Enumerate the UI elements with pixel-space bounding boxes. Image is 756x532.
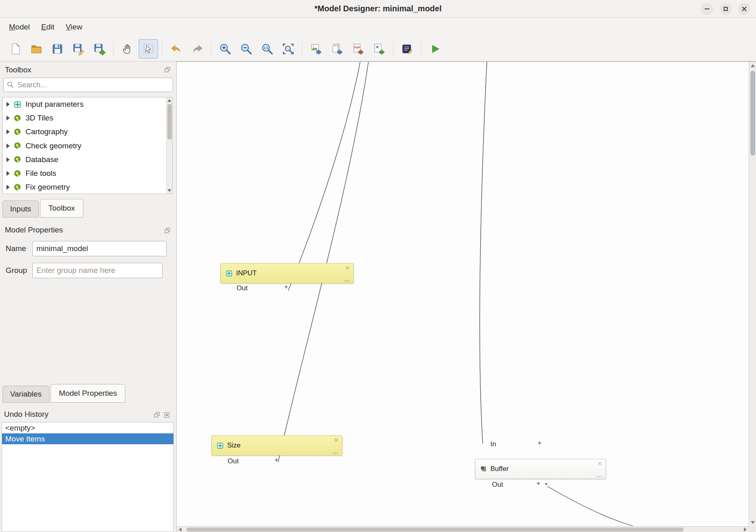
menu-view[interactable]: View	[61, 20, 87, 34]
node-dots-icon[interactable]	[596, 476, 602, 477]
export-as-pdf-button[interactable]: PDF	[348, 39, 368, 59]
qgis-algorithm-icon	[14, 170, 21, 177]
scrollbar-corner	[749, 526, 756, 532]
export-as-svg-button[interactable]	[327, 39, 347, 59]
port-expand-icon[interactable]: +	[275, 456, 278, 464]
model-group-input[interactable]	[32, 263, 163, 278]
expand-arrow-icon[interactable]	[6, 129, 10, 134]
tree-item-input-parameters[interactable]: Input parameters	[3, 97, 172, 111]
node-anchor-icon[interactable]	[598, 461, 602, 466]
scroll-left-icon[interactable]	[179, 528, 182, 532]
maximize-icon[interactable]	[720, 3, 732, 15]
node-anchor-icon[interactable]	[334, 438, 338, 442]
scroll-up-icon[interactable]	[167, 99, 171, 102]
edit-help-icon	[401, 42, 414, 55]
export-as-image-button[interactable]	[306, 39, 326, 59]
run-model-button[interactable]	[425, 39, 445, 59]
port-in-label: In	[490, 440, 496, 448]
svg-text:*: *	[376, 44, 379, 52]
export-as-script-button[interactable]: *	[370, 39, 389, 59]
expand-arrow-icon[interactable]	[6, 157, 10, 162]
redo-button[interactable]	[188, 39, 207, 59]
tree-item-3d-tiles[interactable]: 3D Tiles	[3, 111, 172, 125]
close-panel-icon[interactable]	[163, 412, 170, 418]
zoom-in-icon	[219, 42, 232, 55]
search-icon	[7, 81, 14, 88]
node-input[interactable]: INPUT	[220, 263, 354, 283]
tree-item-fix-geometry[interactable]: Fix geometry	[3, 180, 172, 194]
menu-edit[interactable]: Edit	[36, 20, 59, 34]
toolbar: 1:1 PDF *	[0, 36, 756, 61]
tree-item-cartography[interactable]: Cartography	[3, 125, 172, 139]
open-model-button[interactable]	[27, 39, 46, 59]
float-panel-icon[interactable]	[164, 66, 171, 73]
tree-item-label: Input parameters	[25, 100, 84, 109]
scrollbar-thumb[interactable]	[750, 71, 755, 156]
close-icon[interactable]	[738, 3, 750, 15]
port-expand-icon[interactable]: +	[284, 283, 288, 291]
minimize-icon[interactable]	[701, 3, 713, 15]
float-panel-icon[interactable]	[154, 412, 160, 418]
tree-item-check-geometry[interactable]: Check geometry	[3, 139, 172, 153]
select-items-button[interactable]	[139, 39, 158, 59]
name-label: Name	[6, 244, 32, 253]
zoom-out-button[interactable]	[237, 39, 256, 59]
qgis-algorithm-icon	[14, 142, 21, 150]
connection	[278, 62, 369, 462]
pan-hand-icon	[121, 42, 134, 55]
expand-arrow-icon[interactable]	[6, 171, 10, 176]
port-expand-icon[interactable]: +	[538, 439, 541, 447]
canvas-vertical-scrollbar[interactable]	[749, 61, 756, 526]
port-connector-dot[interactable]: ●	[545, 481, 547, 486]
properties-panel-tabs: Variables Model Properties	[2, 384, 125, 403]
window-controls	[701, 3, 750, 15]
port-expand-icon[interactable]: +	[536, 480, 540, 487]
node-dots-icon[interactable]	[333, 452, 338, 454]
undo-item-empty[interactable]: <empty>	[2, 422, 173, 433]
zoom-in-button[interactable]	[215, 39, 235, 59]
tree-item-file-tools[interactable]: File tools	[3, 167, 172, 180]
expand-arrow-icon[interactable]	[6, 116, 10, 120]
port-out-label: Out	[237, 284, 247, 292]
scroll-right-icon[interactable]	[744, 528, 747, 532]
expand-arrow-icon[interactable]	[6, 102, 10, 107]
expand-arrow-icon[interactable]	[6, 144, 10, 148]
scroll-down-icon[interactable]	[167, 189, 171, 192]
scrollbar-thumb[interactable]	[186, 528, 684, 532]
scrollbar-thumb[interactable]	[167, 104, 172, 139]
export-pages-icon	[331, 42, 344, 55]
node-anchor-icon[interactable]	[345, 266, 350, 270]
node-dots-icon[interactable]	[344, 280, 350, 282]
port-out-label: Out	[492, 481, 503, 489]
model-name-input[interactable]	[32, 241, 167, 256]
tab-toolbox[interactable]: Toolbox	[40, 199, 84, 217]
tab-inputs[interactable]: Inputs	[2, 201, 39, 217]
tab-model-properties[interactable]: Model Properties	[51, 384, 126, 403]
qgis-algorithm-icon	[14, 114, 21, 122]
tree-scrollbar[interactable]	[166, 97, 172, 194]
model-canvas[interactable]: INPUT Out + Size Out + In + Buffer Out +…	[177, 61, 749, 526]
search-input[interactable]	[3, 78, 173, 92]
canvas-horizontal-scrollbar[interactable]	[177, 526, 749, 532]
pan-button[interactable]	[118, 39, 137, 59]
node-buffer[interactable]: Buffer	[475, 459, 606, 479]
new-model-icon	[9, 42, 22, 55]
undo-button[interactable]	[167, 39, 186, 59]
new-model-button[interactable]	[6, 39, 25, 59]
node-size[interactable]: Size	[211, 435, 342, 456]
undo-item-move-items[interactable]: Move Items	[2, 433, 173, 444]
scroll-up-icon[interactable]	[751, 64, 755, 67]
edit-model-help-button[interactable]	[397, 39, 417, 59]
tree-item-database[interactable]: Database	[3, 153, 172, 167]
tab-variables[interactable]: Variables	[2, 386, 49, 403]
select-cursor-icon	[142, 42, 155, 55]
expand-arrow-icon[interactable]	[6, 185, 10, 190]
save-model-in-project-button[interactable]	[90, 39, 109, 59]
zoom-actual-button[interactable]: 1:1	[258, 39, 277, 59]
zoom-full-button[interactable]	[279, 39, 298, 59]
save-model-as-button[interactable]	[69, 39, 88, 59]
save-model-button[interactable]	[48, 39, 67, 59]
scroll-down-icon[interactable]	[751, 521, 755, 524]
float-panel-icon[interactable]	[164, 227, 171, 234]
menu-model[interactable]: Model	[4, 20, 35, 34]
